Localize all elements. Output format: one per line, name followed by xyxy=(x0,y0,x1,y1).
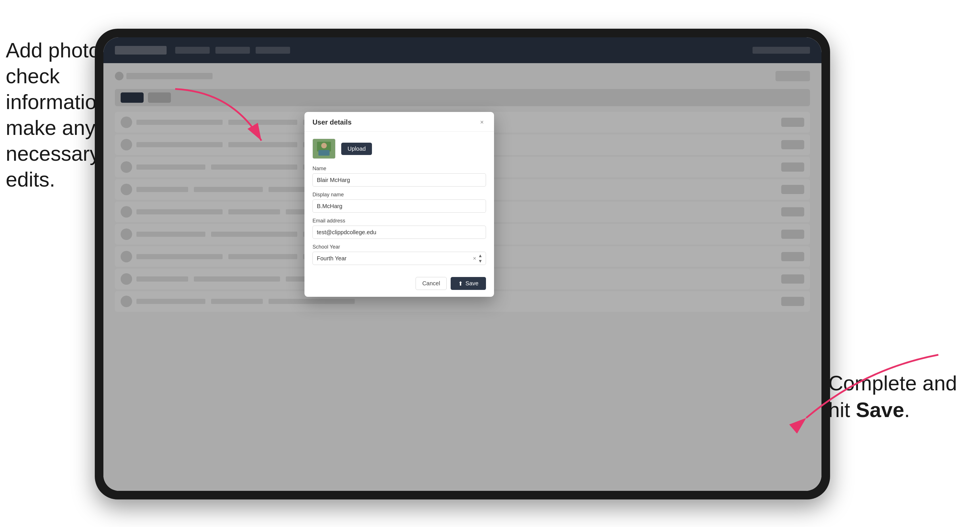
cancel-button[interactable]: Cancel xyxy=(415,277,447,290)
email-input[interactable] xyxy=(312,225,486,239)
svg-point-2 xyxy=(321,143,326,148)
display-name-field-group: Display name xyxy=(312,192,486,213)
modal-footer: Cancel ⬆ Save xyxy=(304,277,494,297)
name-label: Name xyxy=(312,166,486,171)
email-label: Email address xyxy=(312,218,486,224)
chevron-up-icon: ▲ xyxy=(478,253,482,258)
school-year-spinner-button[interactable]: ▲ ▼ xyxy=(478,253,482,264)
school-year-controls: × ▲ ▼ xyxy=(473,252,486,265)
annotation-end: . xyxy=(904,398,910,421)
user-photo xyxy=(313,139,335,159)
school-year-label: School Year xyxy=(312,244,486,250)
school-year-clear-button[interactable]: × xyxy=(473,256,476,261)
close-button[interactable]: × xyxy=(478,118,486,126)
school-year-wrapper: × ▲ ▼ xyxy=(312,252,486,265)
school-year-input[interactable] xyxy=(312,252,486,265)
modal-header: User details × xyxy=(304,112,494,132)
name-input[interactable] xyxy=(312,173,486,187)
modal-title: User details xyxy=(312,118,352,126)
save-icon: ⬆ xyxy=(458,280,463,287)
name-field-group: Name xyxy=(312,166,486,187)
annotation-right-line2: hit xyxy=(828,398,856,421)
annotation-line3: make any xyxy=(6,116,95,139)
modal-body: Upload Name Display name Email address xyxy=(304,132,494,277)
annotation-bold: Save xyxy=(856,398,904,421)
tablet-screen: User details × Upload xyxy=(103,37,821,491)
annotation-line4: necessary edits. xyxy=(6,142,100,191)
annotation-right-line1: Complete and xyxy=(828,372,957,395)
school-year-field-group: School Year × ▲ ▼ xyxy=(312,244,486,265)
display-name-label: Display name xyxy=(312,192,486,198)
svg-rect-3 xyxy=(318,150,330,156)
email-field-group: Email address xyxy=(312,218,486,239)
save-button[interactable]: ⬆ Save xyxy=(451,277,486,290)
upload-button[interactable]: Upload xyxy=(341,143,372,155)
photo-thumbnail xyxy=(312,139,336,159)
user-details-modal: User details × Upload xyxy=(304,112,494,297)
photo-section: Upload xyxy=(312,139,486,159)
save-label: Save xyxy=(465,280,479,287)
right-annotation: Complete and hit Save. xyxy=(828,370,957,424)
tablet-frame: User details × Upload xyxy=(95,29,830,500)
display-name-input[interactable] xyxy=(312,200,486,213)
annotation-line1: Add photo, check xyxy=(6,39,106,87)
chevron-down-icon: ▼ xyxy=(478,259,482,264)
